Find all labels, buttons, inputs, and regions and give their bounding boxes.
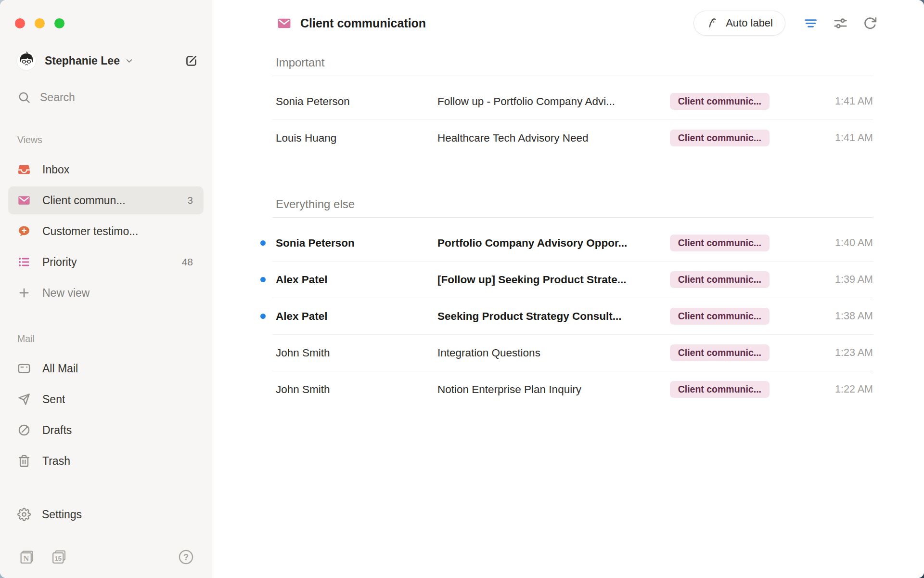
sidebar: Stephanie Lee Search Views [0, 0, 212, 578]
label-chip[interactable]: Client communic... [670, 93, 770, 110]
view-envelope-icon [277, 16, 292, 31]
settings-label: Settings [42, 508, 82, 521]
mail-list: Important Sonia Peterson Follow up - Por… [212, 46, 924, 407]
mail-subject: Follow up - Portfolio Company Advi... [437, 95, 670, 108]
plus-icon [17, 286, 31, 300]
mail-time: 1:41 AM [815, 95, 873, 107]
mail-row[interactable]: Sonia Peterson Follow up - Portfolio Com… [272, 83, 873, 120]
trash-icon [17, 454, 31, 468]
sidebar-item-label: Inbox [42, 163, 69, 176]
sidebar-item-label: Client commun... [42, 194, 126, 207]
mail-row[interactable]: Sonia Peterson Portfolio Company Advisor… [272, 225, 873, 262]
close-button[interactable] [15, 18, 25, 28]
drafts-icon [17, 423, 31, 437]
mail-row[interactable]: Louis Huang Healthcare Tech Advisory Nee… [272, 120, 873, 156]
sidebar-item-trash[interactable]: Trash [8, 447, 204, 475]
display-settings-button[interactable] [831, 13, 850, 33]
sidebar-item-label: Customer testimo... [42, 225, 138, 238]
page-title: Client communication [300, 16, 426, 30]
refresh-button[interactable] [860, 13, 880, 33]
app-window: Stephanie Lee Search Views [0, 0, 924, 578]
gear-icon [17, 508, 31, 521]
inbox-icon [17, 163, 31, 176]
sidebar-item-sent[interactable]: Sent [8, 385, 204, 413]
mail-time: 1:23 AM [815, 347, 873, 359]
mail-sender: Alex Patel [272, 274, 437, 286]
label-chip[interactable]: Client communic... [670, 308, 770, 325]
mail-section: Important Sonia Peterson Follow up - Por… [272, 46, 873, 156]
views-list: Inbox Client commun... 3 Customer testim… [0, 156, 212, 310]
mail-row[interactable]: John Smith Notion Enterprise Plan Inquir… [272, 371, 873, 407]
chevron-down-icon [125, 56, 134, 66]
account-switcher[interactable]: Stephanie Lee [16, 51, 199, 71]
label-chip[interactable]: Client communic... [670, 235, 770, 251]
sidebar-item-priority[interactable]: Priority 48 [8, 248, 204, 276]
mail-subject: Integration Questions [437, 347, 670, 359]
sidebar-item-client-commun[interactable]: Client commun... 3 [8, 186, 204, 214]
sidebar-item-settings[interactable]: Settings [17, 508, 199, 521]
svg-text:15: 15 [55, 555, 62, 562]
sidebar-item-label: All Mail [42, 362, 78, 375]
compose-button[interactable] [183, 53, 199, 69]
label-chip[interactable]: Client communic... [670, 130, 770, 146]
label-chip[interactable]: Client communic... [670, 271, 770, 288]
unread-dot-icon [260, 314, 266, 319]
mail-sender: Louis Huang [272, 132, 437, 144]
minimize-button[interactable] [35, 18, 45, 28]
mail-subject: [Follow up] Seeking Product Strate... [437, 274, 670, 286]
auto-label-icon [706, 16, 719, 30]
section-header: Everything else [276, 197, 873, 211]
mail-main-panel: Client communication Auto label [212, 0, 924, 578]
unread-dot-icon [260, 277, 266, 282]
notion-calendar-icon[interactable]: 15 [51, 549, 67, 565]
sidebar-item-all-mail[interactable]: All Mail [8, 355, 204, 382]
sidebar-item-label: Priority [42, 256, 77, 269]
section-rows: Sonia Peterson Portfolio Company Advisor… [272, 218, 873, 407]
sidebar-item-count: 3 [187, 195, 193, 206]
filter-button[interactable] [801, 13, 820, 33]
search-label: Search [40, 91, 75, 104]
mail-section-label: Mail [17, 333, 212, 344]
sidebar-item-new-view[interactable]: New view [8, 279, 204, 307]
mail-time: 1:22 AM [815, 383, 873, 395]
zoom-button[interactable] [54, 18, 64, 28]
mail-row[interactable]: Alex Patel [Follow up] Seeking Product S… [272, 262, 873, 298]
sidebar-item-label: Drafts [42, 424, 72, 437]
label-chip[interactable]: Client communic... [670, 344, 770, 361]
sidebar-item-label: Trash [42, 455, 70, 468]
search-button[interactable]: Search [17, 91, 199, 104]
auto-label-button-label: Auto label [726, 17, 773, 29]
window-controls [0, 0, 212, 28]
sidebar-item-customer-testimo[interactable]: Customer testimo... [8, 217, 204, 245]
mail-section: Everything else Sonia Peterson Portfolio… [272, 156, 873, 407]
mail-time: 1:41 AM [815, 132, 873, 144]
mail-row[interactable]: Alex Patel Seeking Product Strategy Cons… [272, 298, 873, 335]
user-name: Stephanie Lee [45, 54, 120, 67]
mail-subject: Notion Enterprise Plan Inquiry [437, 383, 670, 396]
unread-dot-icon [260, 240, 266, 246]
refresh-icon [863, 16, 877, 30]
mail-folder-list: All Mail Sent Drafts Trash [0, 355, 212, 478]
sidebar-item-inbox[interactable]: Inbox [8, 156, 204, 184]
mail-time: 1:40 AM [815, 237, 873, 249]
sidebar-item-drafts[interactable]: Drafts [8, 416, 204, 444]
priority-list-icon [17, 255, 31, 269]
section-rows: Sonia Peterson Follow up - Portfolio Com… [272, 76, 873, 156]
filter-icon [803, 16, 818, 31]
help-icon[interactable]: ? [178, 549, 194, 565]
notion-app-icon[interactable]: N [18, 549, 35, 565]
search-icon [17, 91, 31, 104]
mail-subject: Portfolio Company Advisory Oppor... [437, 237, 670, 250]
client-view-envelope-icon [17, 194, 31, 207]
auto-label-button[interactable]: Auto label [693, 11, 785, 36]
compose-icon [184, 53, 199, 68]
sliders-icon [833, 16, 848, 31]
section-header: Important [276, 56, 873, 69]
mail-sender: John Smith [272, 383, 437, 396]
mail-sender: John Smith [272, 347, 437, 359]
mail-row[interactable]: John Smith Integration Questions Client … [272, 335, 873, 371]
sidebar-footer: N 15 ? [0, 549, 212, 578]
mail-subject: Seeking Product Strategy Consult... [437, 310, 670, 323]
label-chip[interactable]: Client communic... [670, 381, 770, 398]
mail-time: 1:38 AM [815, 310, 873, 322]
